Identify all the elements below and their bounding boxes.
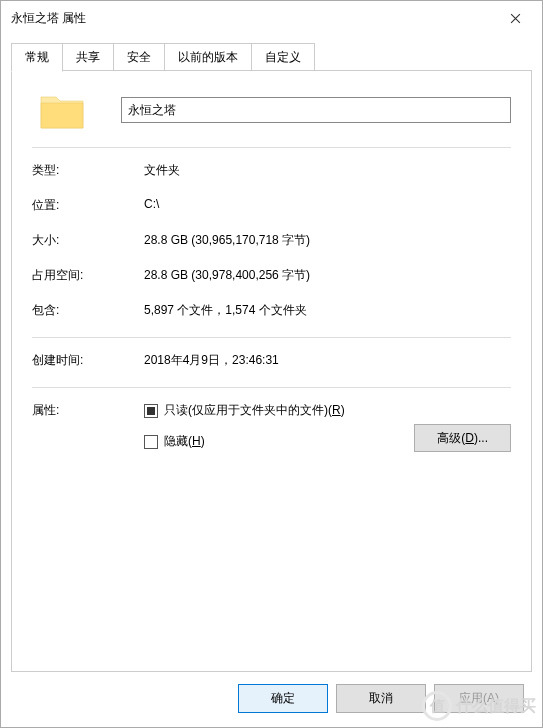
size-on-disk-label: 占用空间: bbox=[32, 267, 144, 284]
advanced-row: 高级(D)... bbox=[32, 424, 511, 452]
contains-value: 5,897 个文件，1,574 个文件夹 bbox=[144, 302, 307, 319]
cancel-button[interactable]: 取消 bbox=[336, 684, 426, 713]
apply-button[interactable]: 应用(A) bbox=[434, 684, 524, 713]
created-label: 创建时间: bbox=[32, 352, 144, 369]
divider bbox=[32, 147, 511, 148]
location-label: 位置: bbox=[32, 197, 144, 214]
readonly-checkbox-row: 只读(仅应用于文件夹中的文件)(R) bbox=[144, 402, 345, 419]
close-icon bbox=[510, 13, 521, 24]
folder-icon bbox=[38, 89, 86, 131]
size-label: 大小: bbox=[32, 232, 144, 249]
size-value: 28.8 GB (30,965,170,718 字节) bbox=[144, 232, 310, 249]
tab-panel-general: 类型: 文件夹 位置: C:\ 大小: 28.8 GB (30,965,170,… bbox=[11, 70, 532, 672]
ok-button[interactable]: 确定 bbox=[238, 684, 328, 713]
advanced-button[interactable]: 高级(D)... bbox=[414, 424, 511, 452]
hidden-checkbox[interactable] bbox=[144, 435, 158, 449]
attributes-label: 属性: bbox=[32, 402, 144, 419]
location-value: C:\ bbox=[144, 197, 159, 214]
tab-custom[interactable]: 自定义 bbox=[251, 43, 315, 71]
created-row: 创建时间: 2018年4月9日，23:46:31 bbox=[32, 352, 511, 369]
type-value: 文件夹 bbox=[144, 162, 180, 179]
contains-row: 包含: 5,897 个文件，1,574 个文件夹 bbox=[32, 302, 511, 319]
tab-security[interactable]: 安全 bbox=[113, 43, 165, 71]
folder-name-input[interactable] bbox=[121, 97, 511, 123]
close-button[interactable] bbox=[492, 1, 538, 35]
tab-general[interactable]: 常规 bbox=[11, 43, 63, 72]
divider bbox=[32, 387, 511, 388]
readonly-label: 只读(仅应用于文件夹中的文件)(R) bbox=[164, 402, 345, 419]
size-on-disk-value: 28.8 GB (30,978,400,256 字节) bbox=[144, 267, 310, 284]
tabs-area: 常规 共享 安全 以前的版本 自定义 类型: 文件夹 位置: C:\ bbox=[1, 35, 542, 672]
name-row bbox=[32, 89, 511, 131]
properties-dialog: 永恒之塔 属性 常规 共享 安全 以前的版本 自定义 类型: 文件夹 bbox=[0, 0, 543, 728]
readonly-checkbox[interactable] bbox=[144, 404, 158, 418]
dialog-footer: 确定 取消 应用(A) 值 什么值得买 bbox=[1, 672, 542, 727]
tab-previous-versions[interactable]: 以前的版本 bbox=[164, 43, 252, 71]
size-on-disk-row: 占用空间: 28.8 GB (30,978,400,256 字节) bbox=[32, 267, 511, 284]
divider bbox=[32, 337, 511, 338]
type-row: 类型: 文件夹 bbox=[32, 162, 511, 179]
created-value: 2018年4月9日，23:46:31 bbox=[144, 352, 279, 369]
window-title: 永恒之塔 属性 bbox=[11, 10, 492, 27]
location-row: 位置: C:\ bbox=[32, 197, 511, 214]
hidden-label: 隐藏(H) bbox=[164, 433, 205, 450]
size-row: 大小: 28.8 GB (30,965,170,718 字节) bbox=[32, 232, 511, 249]
tab-sharing[interactable]: 共享 bbox=[62, 43, 114, 71]
titlebar: 永恒之塔 属性 bbox=[1, 1, 542, 35]
contains-label: 包含: bbox=[32, 302, 144, 319]
type-label: 类型: bbox=[32, 162, 144, 179]
attributes-row: 属性: 只读(仅应用于文件夹中的文件)(R) bbox=[32, 402, 511, 419]
tabstrip: 常规 共享 安全 以前的版本 自定义 bbox=[11, 43, 532, 71]
